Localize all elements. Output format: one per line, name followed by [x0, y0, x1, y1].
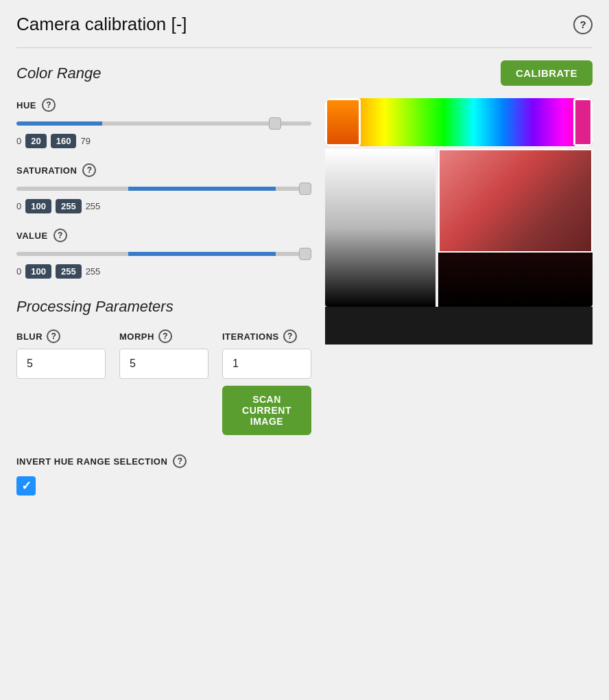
help-icon[interactable]: ? — [573, 15, 593, 34]
sat-min-label: 0 — [16, 201, 21, 211]
hue-low-badge: 20 — [25, 134, 46, 148]
blur-group: BLUR ? — [16, 329, 106, 435]
sat-values-row: 0 100 255 255 — [16, 199, 311, 213]
value-section: VALUE ? 0 100 255 255 — [16, 229, 311, 279]
sat-low-badge: 100 — [25, 199, 51, 213]
sat-high-slider[interactable] — [16, 187, 311, 191]
val-label: VALUE — [16, 231, 48, 241]
hue-high-slider[interactable] — [16, 121, 311, 126]
val-high-slider[interactable] — [16, 252, 311, 256]
hue-help-icon[interactable]: ? — [42, 98, 56, 112]
hue-selection-left — [325, 98, 361, 146]
val-min-label: 0 — [16, 266, 21, 277]
val-label-row: VALUE ? — [16, 229, 311, 242]
hue-label-row: HUE ? — [16, 98, 311, 112]
color-range-header: Color Range CALIBRATE — [16, 60, 593, 86]
blur-label-row: BLUR ? — [16, 329, 106, 343]
val-help-icon[interactable]: ? — [53, 229, 67, 242]
val-slider-container — [16, 248, 311, 260]
iterations-group: ITERATIONS ? SCAN CURRENT IMAGE — [222, 329, 311, 435]
iterations-label-row: ITERATIONS ? — [222, 329, 311, 343]
color-display-area — [325, 307, 593, 345]
hue-selection-right — [573, 98, 593, 146]
iterations-help-icon[interactable]: ? — [283, 329, 297, 343]
val-high-badge: 255 — [56, 264, 82, 279]
hue-slider-container — [16, 117, 311, 130]
morph-group: MORPH ? — [119, 329, 208, 435]
page-title: Camera calibration [-] — [16, 14, 187, 35]
val-max-label: 255 — [86, 266, 101, 277]
divider-top — [16, 47, 593, 48]
sat-help-icon[interactable]: ? — [82, 163, 96, 177]
morph-label-row: MORPH ? — [119, 329, 208, 343]
saturation-section: SATURATION ? 0 100 255 255 — [16, 163, 311, 213]
processing-title: Processing Parameters — [16, 298, 311, 316]
sat-high-badge: 255 — [56, 199, 82, 213]
left-panel: HUE ? 0 20 160 79 SATURATION ? 0 — [16, 98, 311, 495]
sv-panel-left — [325, 149, 435, 307]
morph-help-icon[interactable]: ? — [158, 329, 172, 343]
sat-max-label: 255 — [86, 201, 101, 211]
blur-label: BLUR — [16, 331, 43, 342]
morph-input[interactable] — [119, 349, 208, 379]
color-picker-sv — [325, 149, 593, 307]
header-row: Camera calibration [-] ? — [16, 14, 593, 35]
hue-min-label: 0 — [16, 136, 21, 146]
sat-label-row: SATURATION ? — [16, 163, 311, 177]
hue-bar[interactable] — [325, 98, 593, 146]
calibrate-button[interactable]: CALIBRATE — [501, 60, 593, 86]
invert-checkbox[interactable] — [16, 476, 36, 495]
hue-section: HUE ? 0 20 160 79 — [16, 98, 311, 148]
val-low-badge: 100 — [25, 264, 51, 279]
invert-label: INVERT HUE RANGE SELECTION — [16, 456, 167, 467]
val-values-row: 0 100 255 255 — [16, 264, 311, 279]
hue-label: HUE — [16, 100, 36, 110]
color-range-title: Color Range — [16, 65, 102, 82]
scan-current-image-button[interactable]: SCAN CURRENT IMAGE — [222, 386, 311, 435]
main-content: HUE ? 0 20 160 79 SATURATION ? 0 — [16, 98, 593, 495]
sv-dark-box — [438, 253, 593, 307]
blur-input[interactable] — [16, 349, 106, 379]
invert-label-row: INVERT HUE RANGE SELECTION ? — [16, 454, 311, 468]
right-panel — [325, 98, 593, 495]
hue-high-badge: 160 — [51, 134, 77, 148]
invert-help-icon[interactable]: ? — [173, 454, 187, 468]
hue-values-row: 0 20 160 79 — [16, 134, 311, 148]
sat-slider-container — [16, 183, 311, 195]
iterations-input[interactable] — [222, 349, 311, 379]
morph-label: MORPH — [119, 331, 154, 342]
params-row: BLUR ? MORPH ? ITERATIONS — [16, 329, 311, 435]
invert-section: INVERT HUE RANGE SELECTION ? — [16, 454, 311, 495]
sv-panel-right — [438, 149, 593, 307]
hue-max-label: 79 — [80, 136, 90, 146]
sat-label: SATURATION — [16, 165, 77, 176]
processing-section: Processing Parameters BLUR ? MORPH ? — [16, 298, 311, 495]
sv-color-box — [438, 149, 593, 253]
iterations-label: ITERATIONS — [222, 331, 279, 342]
blur-help-icon[interactable]: ? — [47, 329, 60, 343]
